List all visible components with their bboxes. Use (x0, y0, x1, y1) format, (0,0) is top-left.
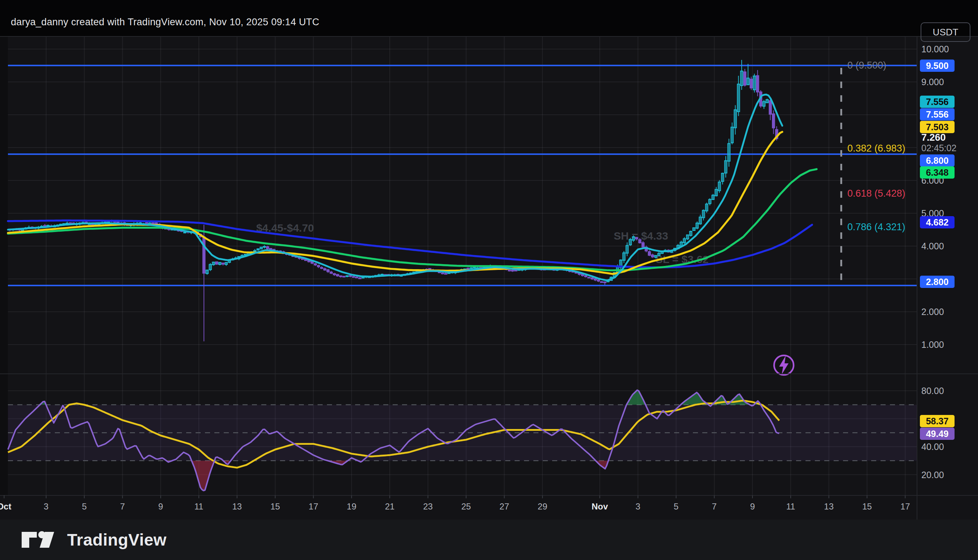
time-axis-label: 17 (900, 502, 910, 511)
current-price-label: 7.260 (921, 132, 946, 143)
rsi-badge: 58.37 (920, 415, 955, 427)
time-axis-label: 11 (195, 502, 203, 511)
time-axis-label: 3 (44, 502, 48, 511)
time-axis-label: 13 (232, 502, 242, 511)
time-axis-label: 17 (308, 502, 318, 511)
time-axis-label: 23 (423, 502, 433, 511)
price-badge: 4.682 (920, 216, 955, 228)
time-axis-label: 15 (270, 502, 280, 511)
time-axis-label: 5 (674, 502, 678, 511)
attribution-text: darya_danny created with TradingView.com… (11, 17, 319, 28)
rsi-tick-label: 80.00 (921, 386, 944, 396)
time-axis-label: 5 (82, 502, 87, 511)
fib-level-label[interactable]: 0.618 (5.428) (847, 188, 905, 199)
footer-bar: TradingView (0, 520, 978, 560)
rsi-tick-label: 40.00 (921, 442, 944, 452)
candle-countdown: 02:45:02 (921, 143, 956, 153)
price-tick-label: 1.000 (921, 340, 944, 350)
currency-toggle-button[interactable]: USDT (921, 22, 970, 42)
time-axis-label: 15 (862, 502, 872, 511)
fib-level-label[interactable]: 0.786 (4.321) (847, 222, 905, 232)
time-axis-label: 7 (120, 502, 125, 511)
price-badge: 6.800 (920, 155, 955, 167)
time-axis-label: 7 (712, 502, 717, 511)
price-badge: 9.500 (920, 60, 955, 72)
price-badge: 2.800 (920, 276, 955, 288)
fib-level-label[interactable]: 0 (9.500) (847, 60, 886, 71)
price-badge: 7.503 (920, 121, 955, 133)
price-badge: 6.348 (920, 166, 955, 178)
chart-canvas[interactable]: $4.45-$4.70SH = $4.33SL = $3.6210.0009.0… (0, 0, 978, 560)
time-axis-label: 19 (347, 502, 357, 511)
time-axis-label: Nov (591, 502, 608, 511)
tradingview-logo-icon[interactable] (22, 530, 58, 549)
time-axis-label: 29 (538, 502, 548, 511)
price-tick-label: 2.000 (921, 307, 944, 317)
price-badge: 7.556 (920, 108, 955, 120)
time-axis-label: 21 (385, 502, 395, 511)
time-axis-label: 9 (158, 502, 163, 511)
time-axis-label: 25 (461, 502, 471, 511)
price-badge: 7.556 (920, 96, 955, 108)
price-tick-label: 9.000 (921, 77, 944, 87)
time-axis-label: 3 (635, 502, 640, 511)
top-attribution-bar: darya_danny created with TradingView.com… (0, 0, 978, 36)
price-tick-label: 10.000 (921, 44, 949, 54)
time-axis-label: Oct (0, 502, 11, 511)
rsi-badge: 49.49 (920, 428, 955, 440)
rsi-tick-label: 20.00 (921, 470, 944, 480)
time-axis-label: 13 (824, 502, 834, 511)
price-tick-label: 4.000 (921, 241, 944, 251)
left-margin (0, 36, 8, 495)
tradingview-wordmark[interactable]: TradingView (67, 530, 167, 550)
time-axis-label: 9 (750, 502, 755, 511)
time-axis-label: 27 (500, 502, 509, 511)
fib-level-label[interactable]: 0.382 (6.983) (847, 143, 905, 154)
time-axis-label: 11 (786, 502, 795, 511)
